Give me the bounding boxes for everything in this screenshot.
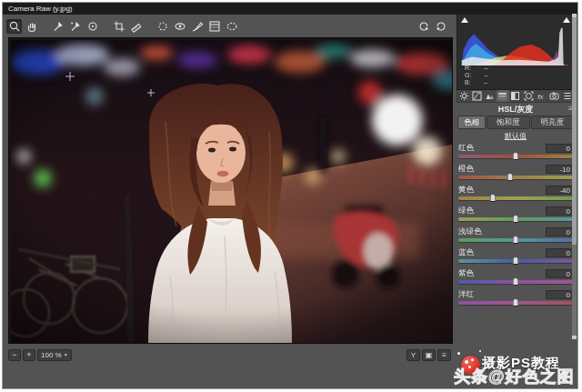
slider-label: 橙色 — [458, 164, 474, 175]
radial-filter-tool-button[interactable] — [224, 19, 239, 34]
color-sampler-tool-button[interactable] — [67, 19, 83, 34]
slider-label: 绿色 — [458, 206, 474, 216]
zoom-out-button[interactable]: − — [8, 349, 21, 361]
image-preview-frame — [8, 37, 453, 344]
watermark-logo — [461, 356, 480, 375]
tab-camera-calibration[interactable] — [548, 90, 561, 102]
slider-value-input[interactable]: -10 — [546, 165, 573, 174]
slider-thumb[interactable] — [513, 277, 519, 286]
rotate-right-tool-button[interactable] — [433, 18, 448, 33]
default-values-link[interactable]: 默认值 — [505, 132, 527, 140]
slider-thumb[interactable] — [513, 215, 519, 223]
slider-value-input[interactable]: 0 — [546, 144, 573, 153]
panel-scrollbar[interactable] — [572, 14, 577, 339]
rgb-channel-label: B: — [465, 79, 471, 85]
slider-track[interactable] — [458, 238, 573, 242]
rgb-readout: R:--G:--B:-- — [465, 65, 488, 86]
zoom-tool-button[interactable] — [6, 19, 22, 34]
slider-thumb[interactable] — [507, 173, 513, 181]
rgb-channel-label: R: — [465, 65, 471, 71]
rgb-channel-label: G: — [465, 72, 471, 78]
rgb-readout-row: R:-- — [465, 65, 488, 72]
slider-track[interactable] — [458, 155, 573, 158]
hue-slider-红色: 红色 0 — [458, 143, 573, 158]
rgb-readout-row: G:-- — [465, 72, 488, 79]
tool-toolbar — [6, 18, 454, 35]
photo-night-portrait — [11, 40, 452, 343]
slider-track[interactable] — [458, 301, 573, 305]
hue-slider-紫色: 紫色 0 — [458, 268, 573, 284]
subtab-saturation[interactable]: 饱和度 — [487, 116, 530, 129]
shadow-clipping-icon[interactable] — [461, 17, 468, 23]
hand-tool-button[interactable] — [24, 19, 39, 34]
zoom-level-value: 100 % — [41, 350, 62, 360]
rgb-readout-row: B:-- — [465, 79, 488, 86]
slider-thumb[interactable] — [513, 152, 519, 160]
slider-label: 黄色 — [458, 185, 474, 196]
tab-effects[interactable]: fx — [535, 90, 547, 102]
slider-thumb[interactable] — [513, 236, 519, 244]
watermark-line2: 头条@好色之图 — [454, 366, 575, 387]
adjustments-panel: R:--G:--B:-- fx HSL/灰度 ≡ 色相 饱和度 明亮度 默认值 … — [457, 14, 575, 310]
hue-slider-橙色: 橙色 -10 — [458, 164, 573, 179]
photo-preview[interactable] — [11, 40, 452, 343]
slider-value-input[interactable]: 0 — [546, 269, 573, 278]
slider-value-input[interactable]: 0 — [546, 290, 573, 299]
svg-text:fx: fx — [537, 93, 544, 101]
slider-track[interactable] — [458, 280, 573, 284]
slider-thumb[interactable] — [489, 194, 496, 202]
slider-track[interactable] — [458, 217, 573, 221]
targeted-adjustment-tool-button[interactable] — [85, 19, 100, 34]
slider-label: 浅绿色 — [458, 226, 482, 237]
tab-lens-corrections[interactable] — [522, 90, 535, 102]
hue-slider-蓝色: 蓝色 0 — [458, 247, 573, 263]
slider-track[interactable] — [458, 196, 573, 200]
default-link-row: 默认值 — [457, 129, 575, 142]
chevron-down-icon: ▾ — [65, 350, 67, 360]
slider-value-input[interactable]: 0 — [546, 227, 573, 236]
zoom-in-button[interactable]: + — [23, 349, 35, 361]
before-after-swap-button[interactable]: ▣ — [422, 349, 436, 361]
scrollbar-thumb[interactable] — [572, 17, 577, 245]
slider-value-input[interactable]: -40 — [546, 186, 573, 195]
scroll-down-arrow[interactable] — [572, 336, 577, 339]
subtab-hue[interactable]: 色相 — [457, 116, 486, 129]
tab-split-toning[interactable] — [509, 90, 522, 102]
hue-slider-洋红: 洋红 0 — [458, 289, 573, 305]
camera-raw-dialog: Camera Raw (y.jpg) — [2, 2, 578, 389]
subtab-luminance[interactable]: 明亮度 — [531, 116, 575, 129]
preview-menu-button[interactable]: ≡ — [437, 349, 451, 361]
rotate-left-tool-button[interactable] — [416, 18, 431, 33]
tab-hsl-grayscale[interactable] — [497, 90, 509, 102]
histogram-chart — [459, 25, 572, 65]
highlight-clipping-icon[interactable] — [563, 17, 570, 23]
hue-slider-黄色: 黄色 -40 — [458, 185, 573, 200]
zoom-level-dropdown[interactable]: 100 % ▾ — [37, 349, 72, 361]
hue-sliders: 红色 0 橙色 -10 黄色 -40 绿色 0 浅绿色 0 — [457, 143, 575, 305]
tab-basic[interactable] — [457, 90, 470, 102]
adjustment-brush-tool-button[interactable] — [189, 19, 205, 34]
tab-detail[interactable] — [483, 90, 496, 102]
graduated-filter-tool-button[interactable] — [206, 19, 222, 34]
before-after-controls: Y▣≡ — [406, 349, 451, 361]
rgb-channel-value: -- — [484, 65, 488, 72]
slider-label: 洋红 — [458, 289, 474, 300]
slider-track[interactable] — [458, 176, 573, 179]
slider-track[interactable] — [458, 259, 573, 263]
histogram: R:--G:--B:-- — [457, 14, 575, 90]
tab-tone-curve[interactable] — [470, 90, 483, 102]
crop-tool-button[interactable] — [111, 19, 126, 34]
red-eye-tool-button[interactable] — [172, 19, 187, 34]
panel-title-row: HSL/灰度 ≡ — [457, 103, 575, 116]
straighten-tool-button[interactable] — [128, 19, 144, 34]
slider-thumb[interactable] — [513, 256, 519, 265]
spot-removal-tool-button[interactable] — [155, 19, 170, 34]
slider-value-input[interactable]: 0 — [546, 248, 573, 257]
slider-thumb[interactable] — [513, 298, 519, 307]
slider-value-input[interactable]: 0 — [546, 206, 573, 216]
rotate-tools — [416, 18, 448, 33]
slider-label: 蓝色 — [458, 247, 474, 258]
white-balance-tool-button[interactable] — [50, 19, 65, 34]
before-after-toggle-button[interactable]: Y — [406, 349, 420, 361]
panel-tab-bar: fx — [457, 90, 575, 103]
